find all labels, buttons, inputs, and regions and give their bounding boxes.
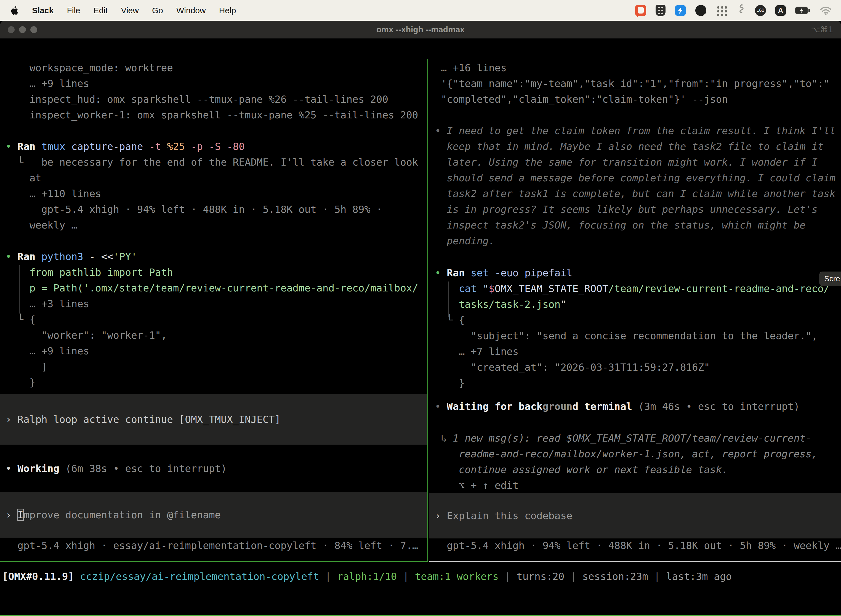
close-button[interactable] — [8, 26, 15, 33]
prompt-suggestion[interactable]: › Ralph loop active continue [OMX_TMUX_I… — [0, 394, 427, 444]
blue-bolt-icon[interactable] — [675, 5, 686, 16]
terminal-pane-left[interactable]: workspace_mode: worktree … +9 lines insp… — [0, 59, 427, 561]
menu-bar: Slack FileEditViewGoWindowHelp ..61 A — [0, 0, 841, 21]
terminal-line: from pathlib import Path — [6, 264, 427, 280]
shield-grid-icon[interactable] — [656, 5, 665, 16]
terminal-line: at — [6, 170, 427, 186]
output-block: gpt-5.4 xhigh · essay/ai-reimplementatio… — [0, 538, 427, 553]
terminal-line: • I need to get the claim token from the… — [435, 123, 841, 139]
terminal-line: › Ralph loop active continue [OMX_TMUX_I… — [6, 412, 281, 427]
menu-item-view[interactable]: View — [121, 6, 139, 15]
output-block: • I need to get the claim token from the… — [429, 123, 841, 249]
terminal-pane-right[interactable]: … +16 lines '{"team_name":"my-team","tas… — [429, 59, 841, 561]
terminal-line: "created_at": "2026-03-31T11:59:27.816Z" — [435, 359, 841, 375]
terminal-line: tasks/task-2.json" — [435, 296, 841, 312]
window-titlebar[interactable]: omx --xhigh --madmax ⌥⌘1 — [0, 21, 841, 39]
terminal-window: omx --xhigh --madmax ⌥⌘1 workspace_mode:… — [0, 21, 841, 616]
output-block: • Ran python3 - <<'PY' from pathlib impo… — [0, 249, 427, 390]
menu-item-file[interactable]: File — [67, 6, 80, 15]
screen: { "menubar": { "app": "Slack", "items": … — [0, 0, 841, 616]
terminal-line: … +110 lines — [6, 186, 427, 201]
prompt-suggestion[interactable]: › Explain this codebase — [429, 493, 841, 538]
terminal-line: cat "$OMX_TEAM_STATE_ROOT/team/review-cu… — [435, 281, 841, 296]
output-block: • Ran set -euo pipefail cat "$OMX_TEAM_S… — [429, 265, 841, 391]
terminal-line: ] — [6, 359, 427, 374]
menu-item-go[interactable]: Go — [152, 6, 163, 15]
output-block: • Waiting for background terminal (3m 46… — [429, 399, 841, 414]
terminal-line: ↳ 1 new msg(s): read $OMX_TEAM_STATE_ROO… — [435, 430, 841, 446]
terminal-line: └ be necessary for the end of the README… — [6, 154, 427, 170]
terminal-line: weekly … — [6, 217, 427, 233]
terminal-content: workspace_mode: worktree … +9 lines insp… — [0, 59, 841, 616]
terminal-line: readme-and-reco/mailbox/worker-1.json, a… — [435, 446, 841, 462]
terminal-line: • Working (6m 38s • esc to interrupt) — [6, 461, 427, 476]
terminal-line: pending. — [435, 233, 841, 249]
indent-guide — [448, 282, 449, 317]
terminal-line: should send a message before completing … — [435, 170, 841, 186]
count-badge-icon[interactable]: ..61 — [755, 5, 766, 16]
chat-app-icon[interactable] — [635, 5, 646, 16]
apple-menu-icon[interactable] — [9, 5, 19, 16]
terminal-line: '{"team_name":"my-team","task_id":"1","f… — [435, 76, 841, 91]
crescent-icon[interactable] — [695, 5, 706, 16]
dots-grid-icon[interactable] — [716, 5, 727, 16]
terminal-line: continue assigned work or next feasible … — [435, 462, 841, 477]
indent-guide — [19, 265, 20, 314]
terminal-line: gpt-5.4 xhigh · essay/ai-reimplementatio… — [6, 538, 427, 553]
menu-item-window[interactable]: Window — [176, 6, 206, 15]
tmux-status-bar: [omx-cczip0:bash* "MacBook-Pro-44.local"… — [0, 615, 841, 616]
screenshot-tooltip-text: Scre — [824, 274, 840, 283]
pane-divider[interactable] — [428, 59, 428, 562]
terminal-line: } — [6, 374, 427, 390]
tmux-host-clock: "MacBook-Pro-44.local" 05:03 31-Mar-26 — [611, 615, 838, 616]
minimize-button[interactable] — [19, 26, 26, 33]
keyboard-layout-icon[interactable]: A — [775, 5, 786, 16]
terminal-line: … +9 lines — [6, 76, 427, 91]
terminal-line: • Ran tmux capture-pane -t %25 -p -S -80 — [6, 139, 427, 154]
terminal-line: [OMX#0.11.9] cczip/essay/ai-reimplementa… — [2, 569, 841, 584]
terminal-line: "worker": "worker-1", — [6, 327, 427, 343]
terminal-line: gpt-5.4 xhigh · 94% left · 488K in · 5.1… — [435, 538, 841, 553]
terminal-line: └ { — [6, 312, 427, 327]
terminal-line: › Explain this codebase — [435, 508, 573, 524]
terminal-line: inspect_hud: omx sparkshell --tmux-pane … — [6, 91, 427, 107]
menu-app-name[interactable]: Slack — [32, 6, 54, 15]
window-title: omx --xhigh --madmax — [377, 25, 464, 34]
window-shortcut-badge: ⌥⌘1 — [811, 25, 833, 34]
output-block: gpt-5.4 xhigh · 94% left · 488K in · 5.1… — [429, 538, 841, 553]
terminal-line: is in progress? It seems likely but perh… — [435, 201, 841, 217]
terminal-line: later. Using the same for transition mig… — [435, 154, 841, 170]
screenshot-tooltip: Scre — [819, 271, 841, 286]
menu-status-area: ..61 A — [635, 4, 832, 17]
zoom-button[interactable] — [30, 26, 37, 33]
terminal-line: } — [435, 375, 841, 391]
pane-border-left-bottom — [0, 561, 428, 562]
terminal-line: … +7 lines — [435, 343, 841, 359]
terminal-line: … +9 lines — [6, 343, 427, 359]
menu-item-edit[interactable]: Edit — [94, 6, 108, 15]
terminal-line: ⌥ + ↑ edit — [435, 477, 841, 493]
battery-icon[interactable] — [795, 7, 811, 14]
output-block: … +16 lines '{"team_name":"my-team","tas… — [429, 60, 841, 107]
output-block: ↳ 1 new msg(s): read $OMX_TEAM_STATE_ROO… — [429, 430, 841, 493]
terminal-line: • Waiting for background terminal (3m 46… — [435, 399, 841, 414]
pane-border-right-bottom — [429, 561, 841, 562]
terminal-line: inspect_worker-1: omx sparkshell --tmux-… — [6, 107, 427, 123]
tmux-window-name[interactable]: [omx-cczip0:bash* — [3, 615, 104, 616]
keyboard-layout-letter: A — [778, 6, 783, 14]
wifi-icon[interactable] — [820, 6, 832, 15]
menu-item-help[interactable]: Help — [219, 6, 236, 15]
squiggle-icon[interactable] — [736, 4, 746, 17]
output-block: workspace_mode: worktree … +9 lines insp… — [0, 60, 427, 123]
terminal-line: workspace_mode: worktree — [6, 60, 427, 76]
terminal-line: • Ran set -euo pipefail — [435, 265, 841, 281]
terminal-line: inspect task2's JSON, focusing on the st… — [435, 217, 841, 233]
terminal-line: p = Path('.omx/state/team/review-current… — [6, 280, 427, 296]
terminal-line: gpt-5.4 xhigh · 94% left · 488K in · 5.1… — [6, 201, 427, 217]
output-block: • Working (6m 38s • esc to interrupt) — [0, 461, 427, 476]
terminal-line: • Ran python3 - <<'PY' — [6, 249, 427, 264]
terminal-line: └ { — [435, 312, 841, 328]
prompt-suggestion[interactable]: › Improve documentation in @filename — [0, 492, 427, 538]
omx-status-line: [OMX#0.11.9] cczip/essay/ai-reimplementa… — [0, 569, 841, 584]
text-cursor: I — [18, 509, 23, 521]
